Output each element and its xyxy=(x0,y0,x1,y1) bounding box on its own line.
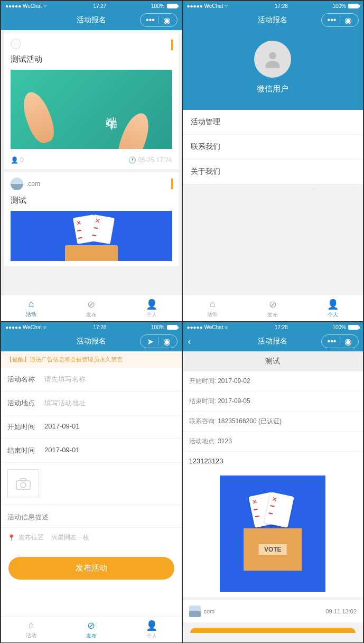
home-icon: ⌂ xyxy=(28,620,34,631)
tab-profile[interactable]: 👤个人 xyxy=(122,617,182,642)
avatar-icon xyxy=(11,39,21,49)
status-bar: ●●●●● WeChatᯤ 17:28 100% xyxy=(183,1,363,10)
participant-count: 👤 0 xyxy=(11,156,24,164)
end-time-row: 结束时间: 2017-09-05 xyxy=(183,392,363,412)
activity-card[interactable]: 测试活动 端午 👤 0 🕐 05-25 17:24 xyxy=(4,33,179,169)
signup-button[interactable] xyxy=(190,628,356,633)
target-icon[interactable]: ◉ xyxy=(162,15,172,25)
compass-icon: ⊘ xyxy=(269,299,277,310)
tab-bar: ⌂活动 ⊘发布 👤个人 xyxy=(183,295,363,321)
page-title: 活动报名 xyxy=(258,337,287,346)
username: 微信用户 xyxy=(183,84,363,94)
navbar: 活动报名 ➤ ◉ xyxy=(1,331,182,351)
activity-title: 测试活动 xyxy=(11,54,172,64)
target-icon[interactable]: ◉ xyxy=(162,337,172,346)
tag-marker xyxy=(171,179,173,189)
tab-bar: ⌂活动 ⊘发布 👤个人 xyxy=(1,616,182,642)
contact-row: 联系咨询: 18235166200 (已认证) xyxy=(183,412,363,432)
time: 17:27 xyxy=(93,3,106,9)
tab-activity[interactable]: ⌂活动 xyxy=(1,295,61,321)
battery-icon xyxy=(167,325,178,330)
tab-profile[interactable]: 👤个人 xyxy=(303,295,363,321)
detail-heading: 测试 xyxy=(183,351,363,371)
pin-icon: 📍 xyxy=(7,534,15,542)
tab-profile[interactable]: 👤个人 xyxy=(122,295,182,321)
end-time-field[interactable]: 结束时间2017-09-01 xyxy=(1,439,182,463)
home-icon: ⌂ xyxy=(210,299,216,310)
menu-about-us[interactable]: 关于我们 xyxy=(183,160,363,184)
warning-banner: 【提醒】违法广告信息将会被管理员永久禁言 xyxy=(1,351,182,368)
capsule-button[interactable]: ••• ◉ xyxy=(140,13,178,27)
avatar-icon xyxy=(189,605,201,617)
status-bar: ●●●●● WeChatᯤ 17:27 100% xyxy=(1,1,182,10)
activity-list-screen: ●●●●● WeChatᯤ 17:27 100% 活动报名 ••• ◉ 测试活动… xyxy=(1,1,182,322)
publish-form-screen: ●●●●● WeChatᯤ 17:28 100% 活动报名 ➤ ◉ 【提醒】违法… xyxy=(1,322,182,643)
activity-card[interactable]: .com 测试 ✕━━ ✕━━ xyxy=(4,172,179,266)
tag-marker xyxy=(171,40,173,50)
post-time: 09-11 13:02 xyxy=(325,608,357,614)
svg-point-2 xyxy=(21,482,26,488)
user-avatar[interactable] xyxy=(254,41,291,78)
back-button[interactable]: ‹ xyxy=(188,336,191,347)
compass-icon: ⊘ xyxy=(87,299,95,310)
person-icon: 👤 xyxy=(146,620,157,631)
publish-button[interactable]: 发布活动 xyxy=(8,557,174,580)
carrier: ●●●●● WeChat xyxy=(5,3,42,9)
poster-name: .com xyxy=(26,180,40,188)
start-time-field[interactable]: 开始时间2017-09-01 xyxy=(1,415,182,439)
status-bar: ●●●●● WeChatᯤ 17:28 100% xyxy=(183,322,363,331)
status-bar: ●●●●● WeChatᯤ 17:28 100% xyxy=(1,322,182,331)
more-icon[interactable]: ••• xyxy=(327,337,337,346)
tab-publish[interactable]: ⊘发布 xyxy=(61,617,122,642)
compass-icon: ⊘ xyxy=(87,620,95,631)
activity-detail-screen: ●●●●● WeChatᯤ 17:28 100% ‹ 活动报名 ••• ◉ 测试… xyxy=(182,322,364,643)
menu-contact-us[interactable]: 联系我们 xyxy=(183,135,363,160)
target-icon[interactable]: ◉ xyxy=(343,337,353,346)
description-label: 活动信息描述 xyxy=(1,505,182,528)
tab-activity[interactable]: ⌂活动 xyxy=(1,617,61,642)
menu-activity-manage[interactable]: 活动管理 xyxy=(183,110,363,135)
battery-icon xyxy=(348,4,359,8)
activity-name-field[interactable]: 活动名称请先填写名称 xyxy=(1,368,182,392)
tab-publish[interactable]: ⊘发布 xyxy=(242,295,303,321)
start-time-row: 开始时间: 2017-09-02 xyxy=(183,371,363,392)
page-title: 活动报名 xyxy=(258,15,287,25)
photo-upload[interactable] xyxy=(1,463,182,505)
tab-bar: ⌂活动 ⊘发布 👤个人 xyxy=(1,295,182,321)
profile-header: 微信用户 xyxy=(183,30,363,110)
battery-icon xyxy=(348,325,359,330)
navbar: ‹ 活动报名 ••• ◉ xyxy=(183,331,363,351)
description-text: 123123123 xyxy=(183,452,363,470)
detail-image: ✕━━ ✕━━ VOTE xyxy=(220,476,325,592)
send-icon[interactable]: ➤ xyxy=(146,337,155,346)
more-icon[interactable]: ••• xyxy=(146,15,155,25)
activity-image: ✕━━ ✕━━ xyxy=(11,211,172,261)
avatar-icon xyxy=(11,178,23,190)
battery-icon xyxy=(167,4,178,8)
page-title: 活动报名 xyxy=(77,337,106,346)
activity-image: 端午 xyxy=(11,70,172,149)
home-icon: ⌂ xyxy=(28,299,34,310)
poster-info: com 09-11 13:02 xyxy=(183,600,363,622)
svg-point-0 xyxy=(269,52,276,59)
page-title: 活动报名 xyxy=(77,15,106,25)
svg-rect-3 xyxy=(21,479,26,481)
profile-screen: ●●●●● WeChatᯤ 17:28 100% 活动报名 ••• ◉ 微信用户… xyxy=(182,1,364,322)
capsule-button[interactable]: ➤ ◉ xyxy=(140,334,178,348)
activity-date: 🕐 05-25 17:24 xyxy=(128,156,172,164)
navbar: 活动报名 ••• ◉ xyxy=(183,10,363,30)
camera-icon xyxy=(15,478,31,490)
tab-publish[interactable]: ⊘发布 xyxy=(61,295,122,321)
navbar: 活动报名 ••• ◉ xyxy=(1,10,182,30)
more-icon[interactable]: ••• xyxy=(327,15,337,25)
target-icon[interactable]: ◉ xyxy=(343,15,353,25)
activity-title: 测试 xyxy=(11,195,172,206)
capsule-button[interactable]: ••• ◉ xyxy=(321,334,359,348)
address-row: 活动地点: 3123 xyxy=(183,432,363,452)
person-icon: 👤 xyxy=(327,299,339,310)
person-icon: 👤 xyxy=(146,299,157,310)
tab-activity[interactable]: ⌂活动 xyxy=(183,295,243,321)
location-row[interactable]: 📍 发布位置 火星网友一枚 xyxy=(1,528,182,547)
capsule-button[interactable]: ••• ◉ xyxy=(321,13,359,27)
activity-address-field[interactable]: 活动地点填写活动地址 xyxy=(1,392,182,415)
